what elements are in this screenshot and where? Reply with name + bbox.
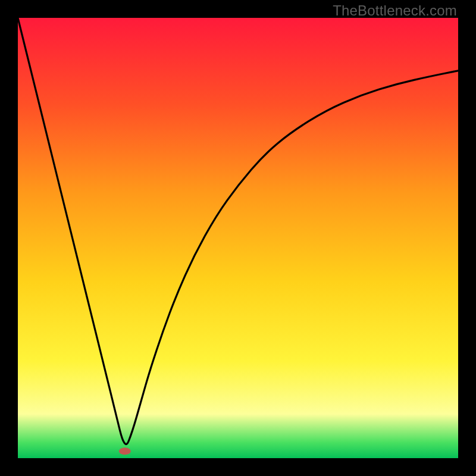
bottleneck-chart [18,18,458,458]
minimum-marker [119,447,131,455]
chart-frame [18,18,458,458]
watermark-text: TheBottleneck.com [333,2,457,19]
gradient-background [18,18,458,458]
